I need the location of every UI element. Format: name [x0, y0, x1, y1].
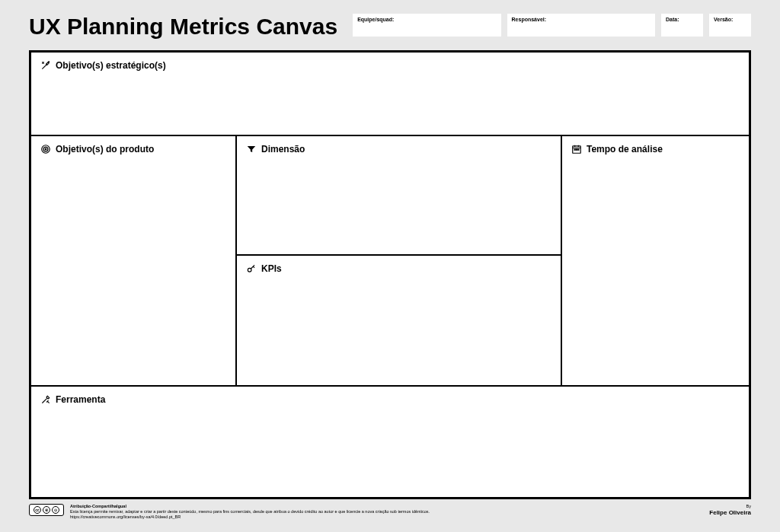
section-strategic-objectives[interactable]: Objetivo(s) estratégico(s) [31, 53, 749, 136]
team-field[interactable]: Equipe/squad: [353, 14, 500, 37]
key-icon [246, 263, 257, 274]
svg-point-0 [49, 62, 50, 62]
license-url: https://creativecommons.org/licenses/by-… [70, 514, 430, 520]
filter-icon [246, 144, 257, 155]
time-title: Tempo de análise [587, 144, 663, 155]
calendar-icon [571, 144, 582, 155]
by-label: By [709, 504, 751, 509]
svg-point-3 [45, 148, 46, 150]
responsible-label: Responsável: [512, 17, 547, 22]
product-title: Objetivo(s) do produto [56, 144, 154, 155]
section-kpis[interactable]: KPIs [237, 256, 561, 385]
team-label: Equipe/squad: [357, 17, 394, 22]
dimension-title: Dimensão [261, 144, 305, 155]
svg-rect-6 [574, 149, 575, 150]
section-dimension[interactable]: Dimensão [237, 136, 561, 256]
meta-fields: Equipe/squad: Responsável: Data: Versão: [353, 14, 751, 37]
header: UX Planning Metrics Canvas Equipe/squad:… [29, 14, 751, 38]
version-field[interactable]: Versão: [709, 14, 751, 37]
kpis-title: KPIs [261, 263, 282, 274]
license-text: Esta licença permite remixar, adaptar e … [70, 509, 430, 514]
license-title: Atribuição-CompartilhaIgual [70, 504, 430, 509]
svg-point-4 [248, 268, 251, 272]
section-tool[interactable]: Ferramenta [31, 387, 749, 497]
svg-rect-7 [576, 149, 577, 150]
version-label: Versão: [714, 17, 733, 22]
svg-rect-8 [578, 149, 579, 150]
date-label: Data: [666, 17, 679, 22]
tools-icon [40, 394, 51, 405]
page-title: UX Planning Metrics Canvas [29, 14, 337, 38]
cc-badge-icon: cc ④ ⊙ [29, 504, 64, 516]
tool-title: Ferramenta [56, 394, 105, 405]
canvas-frame: Objetivo(s) estratégico(s) Objetivo(s) d… [29, 50, 751, 499]
responsible-field[interactable]: Responsável: [507, 14, 655, 37]
row-middle: Objetivo(s) do produto Dimensão [31, 136, 749, 387]
author-name: Felipe Oliveira [709, 509, 751, 517]
section-product-objectives[interactable]: Objetivo(s) do produto [31, 136, 237, 385]
strategy-icon [40, 60, 51, 71]
strategic-title: Objetivo(s) estratégico(s) [56, 60, 166, 71]
column-middle: Dimensão KPIs [237, 136, 562, 385]
target-icon [40, 144, 51, 155]
section-time-analysis[interactable]: Tempo de análise [562, 136, 749, 385]
date-field[interactable]: Data: [661, 14, 703, 37]
footer: cc ④ ⊙ Atribuição-CompartilhaIgual Esta … [29, 504, 751, 520]
